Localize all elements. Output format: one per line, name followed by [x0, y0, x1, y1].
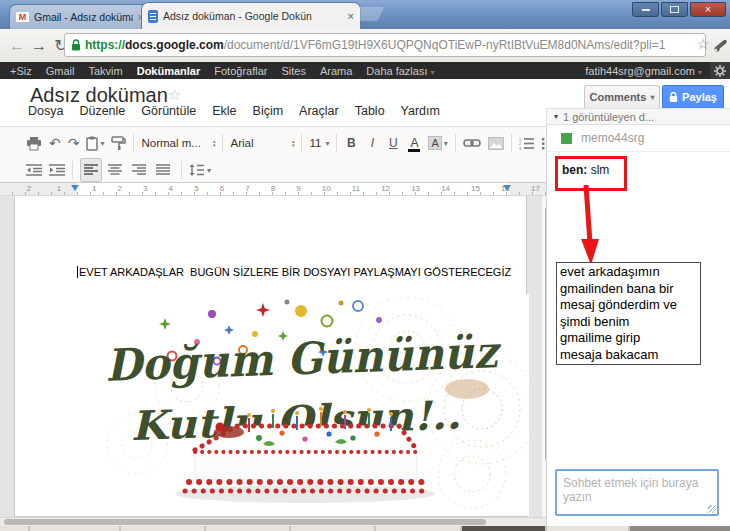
taskbar-segment: [630, 526, 730, 531]
wrench-icon[interactable]: [714, 37, 729, 52]
gbar-more-link[interactable]: Daha fazlası ▾: [366, 65, 434, 77]
redo-icon[interactable]: ↷: [68, 133, 80, 153]
insert-link-icon[interactable]: [463, 138, 481, 148]
ruler-number: 2: [118, 184, 122, 193]
align-right-icon: [132, 164, 146, 175]
tab-gmail[interactable]: M Gmail - Adsız doküman (fatih4 ×: [9, 4, 151, 29]
chevron-down-icon: ▾: [650, 93, 654, 102]
taskbar-segment: [376, 526, 460, 531]
share-button[interactable]: Paylaş: [662, 85, 724, 109]
right-margin-marker[interactable]: [503, 185, 511, 191]
menu-item[interactable]: Araçlar: [299, 104, 339, 118]
share-label: Paylaş: [682, 91, 717, 103]
resize-handle-icon[interactable]: [708, 505, 716, 513]
gbar-link[interactable]: +Siz: [10, 65, 32, 77]
bold-button[interactable]: B: [344, 136, 358, 150]
ruler-number: 2: [27, 184, 31, 193]
tab-title: Adsız doküman - Google Dokün: [163, 10, 343, 22]
ruler-number: 12: [381, 184, 390, 193]
gbar-link[interactable]: Sites: [281, 65, 305, 77]
line-spacing-button[interactable]: ▾: [189, 164, 211, 176]
text-color-button[interactable]: A: [407, 136, 421, 150]
chat-input[interactable]: [555, 469, 719, 516]
address-bar[interactable]: https://docs.google.com/document/d/1VF6m…: [64, 33, 706, 57]
taskbar-segment: [547, 526, 628, 531]
ruler-number: 9: [296, 184, 300, 193]
chat-input-wrap: [555, 469, 719, 516]
font-select[interactable]: Arial ▴▾: [230, 137, 294, 149]
bookmark-star-icon[interactable]: ☆: [697, 36, 710, 52]
new-tab-button[interactable]: [353, 7, 384, 21]
padlock-icon: [71, 39, 81, 52]
star-doc-icon[interactable]: ☆: [168, 86, 181, 104]
paint-format-button[interactable]: ▾: [86, 136, 104, 151]
print-icon[interactable]: [26, 136, 42, 151]
italic-button[interactable]: I: [365, 136, 379, 150]
window-controls: ×: [632, 2, 726, 17]
close-window-button[interactable]: ×: [690, 2, 726, 17]
ruler-number: 15: [471, 184, 480, 193]
numbered-list-icon[interactable]: 123: [519, 137, 535, 150]
highlight-color-button[interactable]: A ▾: [428, 136, 447, 150]
menu-item[interactable]: Yardım: [401, 104, 440, 118]
tab-docs[interactable]: Adsız doküman - Google Dokün ×: [141, 2, 361, 29]
minimize-button[interactable]: [632, 2, 659, 17]
account-menu[interactable]: fatih44srg@gmail.com ▾: [585, 65, 702, 77]
annotation-note: evet arkadaşımıngmailinden bana birmesaj…: [556, 262, 701, 365]
gbar-links-before: +SizGmailTakvim: [10, 65, 123, 77]
viewers-label: 1 görüntüleyen d...: [563, 111, 654, 123]
gbar-link[interactable]: Arama: [320, 65, 352, 77]
comments-button[interactable]: Comments ▾: [584, 85, 660, 109]
font-size-select[interactable]: 11 ▾: [309, 137, 329, 149]
gbar-link-active[interactable]: Dokümanlar: [137, 65, 201, 77]
align-center-button[interactable]: [104, 158, 126, 182]
google-bar: +SizGmailTakvim Dokümanlar FotoğraflarSi…: [0, 62, 730, 79]
left-margin-marker[interactable]: [71, 185, 79, 191]
document-page[interactable]: EVET ARKADAŞLAR BUGÜN SİZLERE BİR DOSYAY…: [14, 196, 527, 517]
line-spacing-icon: [189, 164, 204, 176]
ruler-number: 4: [169, 184, 173, 193]
forward-icon[interactable]: →: [28, 29, 50, 62]
insert-image-icon[interactable]: [488, 137, 504, 150]
annotation-line: mesaja bakacam: [560, 347, 700, 364]
gbar-link[interactable]: Fotoğraflar: [214, 65, 267, 77]
menu-item[interactable]: Görüntüle: [141, 104, 196, 118]
align-right-button[interactable]: [128, 158, 150, 182]
back-icon[interactable]: ←: [6, 29, 28, 62]
menu-item[interactable]: Tablo: [355, 104, 385, 118]
menu-item[interactable]: Biçim: [253, 104, 284, 118]
settings-button[interactable]: [710, 62, 730, 79]
indent-icon[interactable]: [49, 164, 65, 176]
outdent-icon[interactable]: [26, 164, 42, 176]
chat-user-row: memo44srg: [546, 125, 730, 152]
menu-item[interactable]: Dosya: [28, 104, 63, 118]
gbar-link[interactable]: Takvim: [88, 65, 122, 77]
align-justify-button[interactable]: [152, 158, 174, 182]
gbar-link[interactable]: Gmail: [46, 65, 75, 77]
spinner-down-icon: ▾: [292, 143, 295, 147]
svg-text:3: 3: [519, 145, 522, 149]
paint-roller-icon[interactable]: [111, 136, 126, 151]
gmail-favicon-icon: M: [16, 12, 29, 22]
menu-item[interactable]: Düzenle: [79, 104, 125, 118]
taskbar-segment: [206, 526, 289, 531]
chevron-down-icon: ▾: [207, 166, 211, 175]
text-cursor: [77, 266, 78, 278]
birthday-image[interactable]: Doğum Gününüz Kutlu Olsun!..: [77, 294, 529, 516]
gbar-links-after: FotoğraflarSitesArama: [214, 65, 352, 77]
align-center-icon: [108, 164, 122, 175]
horizontal-scrollbar-thumb[interactable]: [4, 519, 486, 525]
undo-icon[interactable]: ↶: [49, 133, 61, 153]
gear-icon: [714, 65, 726, 77]
align-left-button[interactable]: [80, 158, 102, 182]
font-size-value: 11: [309, 137, 321, 149]
viewers-bar[interactable]: ▾ 1 görüntüleyen d...: [546, 108, 730, 125]
paragraph-style-select[interactable]: Normal m... ▴▾: [141, 137, 215, 149]
font-value: Arial: [230, 137, 287, 149]
chevron-down-icon: ▾: [100, 139, 104, 148]
horizontal-scrollbar[interactable]: [0, 517, 546, 526]
restore-button[interactable]: [661, 2, 688, 17]
menu-item[interactable]: Ekle: [212, 104, 236, 118]
underline-button[interactable]: U: [386, 136, 400, 150]
document-heading[interactable]: EVET ARKADAŞLAR BUGÜN SİZLERE BİR DOSYAY…: [77, 266, 511, 278]
